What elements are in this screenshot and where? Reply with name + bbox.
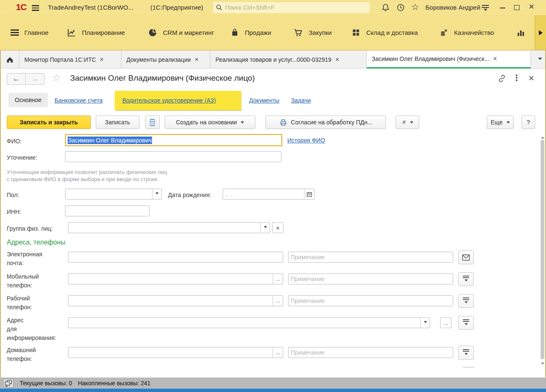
birth-date-label: Дата рождения: bbox=[168, 191, 211, 200]
search-input[interactable] bbox=[225, 4, 367, 11]
section-warehouse[interactable]: Склад и доставка bbox=[351, 15, 418, 50]
favorite-star-icon[interactable]: ☆ bbox=[52, 72, 61, 84]
action-menu-icon bbox=[463, 276, 469, 283]
inn-input[interactable] bbox=[65, 205, 150, 216]
fio-input[interactable]: Засимкин Олег Владимирович bbox=[65, 134, 282, 146]
tab-close-icon[interactable]: × bbox=[335, 56, 339, 63]
address-ellipsis-button[interactable]: ... bbox=[440, 317, 452, 328]
group-select[interactable] bbox=[68, 222, 270, 233]
ellipsis-cell[interactable]: ... bbox=[273, 296, 283, 306]
tab-monitor-portal[interactable]: Монитор Портала 1С:ИТС× bbox=[19, 50, 121, 68]
home-phone-input[interactable]: ... bbox=[68, 347, 283, 358]
get-link-icon[interactable] bbox=[497, 74, 507, 83]
create-based-on-button[interactable]: Создать на основании bbox=[165, 116, 255, 129]
tab-person-zasimkin[interactable]: Засимкин Олег Владимирович (Физическ...× bbox=[367, 50, 531, 68]
more-button[interactable]: Еще bbox=[487, 116, 514, 129]
work-phone-input[interactable]: ... bbox=[68, 295, 283, 306]
selected-text: Засимкин Олег Владимирович bbox=[68, 137, 152, 144]
save-and-close-button[interactable]: Записать и закрыть bbox=[7, 116, 91, 129]
status-bar: Текущие вызовы: 0 Накопленные вызовы: 24… bbox=[0, 377, 546, 389]
section-treasury[interactable]: Казначейство bbox=[439, 15, 494, 50]
section-crm[interactable]: CRM и маркетинг bbox=[148, 15, 214, 50]
scroll-up-arrow[interactable] bbox=[541, 135, 544, 139]
section-main[interactable]: Главное bbox=[10, 15, 48, 50]
dropdown-cell[interactable] bbox=[152, 189, 161, 199]
tab-close-icon[interactable]: × bbox=[493, 55, 497, 63]
clarification-input[interactable] bbox=[65, 151, 281, 162]
section-finance[interactable] bbox=[516, 15, 526, 50]
dropdown-cell[interactable] bbox=[260, 223, 270, 233]
address-input[interactable] bbox=[68, 317, 430, 328]
dropdown-cell[interactable] bbox=[420, 318, 430, 328]
form-close-icon[interactable]: × bbox=[528, 72, 534, 84]
warehouse-grid-icon bbox=[351, 28, 361, 37]
mobile-label: Мобильный телефон: bbox=[7, 272, 39, 290]
tab-driver-license[interactable]: Водительское удостоверение (АЗ) bbox=[122, 97, 216, 104]
ellipsis-cell[interactable]: ... bbox=[273, 347, 283, 358]
favorites-star-icon[interactable]: ☆ bbox=[411, 2, 419, 12]
home-phone-note-input[interactable] bbox=[288, 347, 453, 358]
group-clear-button[interactable]: × bbox=[272, 222, 284, 233]
search-icon bbox=[216, 4, 223, 11]
tab-tasks[interactable]: Задачи bbox=[291, 97, 311, 104]
tab-close-icon[interactable]: × bbox=[194, 56, 198, 63]
action-menu-icon bbox=[463, 319, 469, 327]
mobile-actions-button[interactable] bbox=[458, 272, 474, 286]
window-close-button[interactable]: × bbox=[529, 2, 534, 11]
tab-goods-sale[interactable]: Реализация товаров и услуг...0000-032919… bbox=[210, 50, 367, 68]
tab-documents[interactable]: Документы bbox=[249, 97, 279, 104]
service-menu-icon[interactable] bbox=[482, 5, 489, 13]
work-phone-note-input[interactable] bbox=[288, 295, 453, 306]
home-tab[interactable] bbox=[1, 50, 19, 68]
performance-indicator-button[interactable] bbox=[3, 379, 14, 388]
main-menu-icon[interactable] bbox=[32, 5, 39, 11]
platform-label: (1С:Предприятие) bbox=[150, 4, 203, 11]
section-sales[interactable]: Продажи bbox=[230, 15, 271, 50]
global-search[interactable] bbox=[213, 2, 370, 13]
help-button[interactable]: ? bbox=[522, 116, 535, 129]
birth-date-value: . . bbox=[223, 189, 304, 199]
work-phone-actions-button[interactable] bbox=[458, 294, 474, 308]
send-email-button[interactable] bbox=[458, 250, 474, 264]
ellipsis-cell[interactable]: ... bbox=[273, 274, 283, 284]
kebab-menu-icon[interactable] bbox=[516, 74, 517, 81]
address-actions-button[interactable] bbox=[458, 316, 474, 330]
mobile-input[interactable]: ... bbox=[68, 274, 283, 284]
fio-history-link[interactable]: История ФИО bbox=[287, 137, 325, 144]
gender-select[interactable] bbox=[65, 189, 162, 200]
mobile-note-input[interactable] bbox=[288, 274, 453, 284]
app-title: TradeAndreyTest (1CBorWO... bbox=[48, 4, 134, 11]
section-planning[interactable]: Планирование bbox=[66, 15, 125, 50]
sections-panel: Главное Планирование CRM и маркетинг Про… bbox=[0, 15, 546, 50]
minimize-button[interactable] bbox=[500, 8, 505, 8]
fio-label: ФИО: bbox=[7, 137, 22, 146]
email-note-input[interactable] bbox=[288, 252, 453, 263]
forward-button[interactable]: → bbox=[26, 74, 44, 84]
calendar-button[interactable] bbox=[304, 189, 314, 199]
back-button[interactable]: ← bbox=[7, 74, 26, 84]
1c-logo: 1С bbox=[16, 2, 26, 12]
email-input[interactable] bbox=[68, 252, 283, 263]
tools-button[interactable] bbox=[396, 116, 419, 129]
user-name[interactable]: Боровиков Андрей bbox=[425, 4, 480, 11]
structure-button[interactable] bbox=[145, 116, 160, 129]
notifications-bell-icon[interactable] bbox=[381, 3, 390, 12]
tab-sales-documents[interactable]: Документы реализации× bbox=[121, 50, 210, 68]
tabs-list-dropdown-button[interactable] bbox=[538, 56, 542, 64]
tab-main[interactable]: Основное bbox=[8, 93, 48, 107]
chevron-down-icon bbox=[538, 58, 542, 62]
sections-scroll-right-button[interactable] bbox=[535, 15, 546, 50]
tab-close-icon[interactable]: × bbox=[100, 56, 104, 63]
history-icon[interactable] bbox=[396, 3, 405, 12]
section-purchases[interactable]: Закупки bbox=[293, 15, 332, 50]
home-phone-actions-button[interactable] bbox=[458, 346, 474, 360]
vertical-scrollbar-thumb[interactable] bbox=[541, 140, 544, 359]
clipped-next-row bbox=[463, 367, 475, 368]
birth-date-field[interactable]: . . bbox=[223, 189, 315, 200]
tab-bank-accounts[interactable]: Банковские счета bbox=[55, 97, 102, 104]
consent-pdn-button[interactable]: Согласие на обработку ПДн... bbox=[265, 116, 386, 129]
scroll-down-arrow[interactable] bbox=[541, 363, 544, 366]
save-button[interactable]: Записать bbox=[96, 116, 139, 129]
cart-icon bbox=[293, 28, 303, 37]
maximize-button[interactable] bbox=[514, 5, 520, 10]
